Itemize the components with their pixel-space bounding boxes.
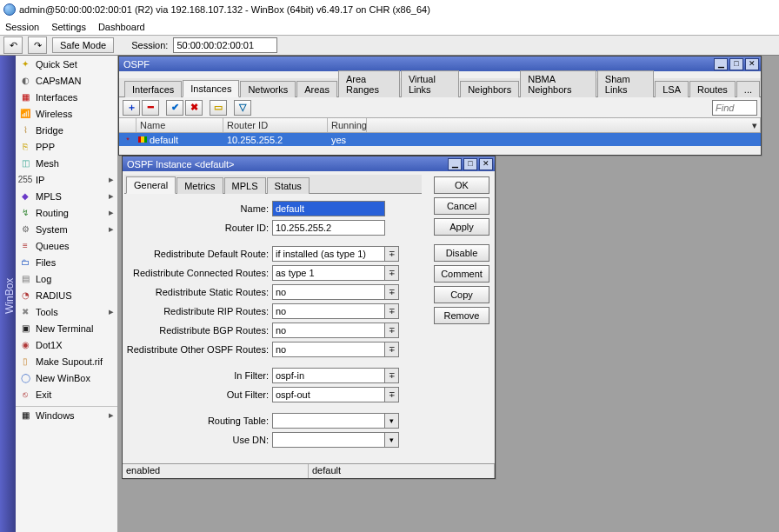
sidebar-item[interactable]: ▯Make Supout.rif bbox=[16, 353, 117, 369]
maximize-button[interactable]: □ bbox=[463, 158, 477, 170]
sidebar-item[interactable]: ⚙System▸ bbox=[16, 221, 117, 237]
cancel-button[interactable]: Cancel bbox=[434, 197, 489, 215]
sidebar-item[interactable]: ↯Routing▸ bbox=[16, 204, 117, 221]
sidebar-item[interactable]: ▦Interfaces bbox=[16, 89, 117, 105]
menu-settings[interactable]: Settings bbox=[51, 22, 86, 32]
ospf-window-titlebar[interactable]: OSPF ▁ □ ✕ bbox=[119, 57, 761, 71]
disable-button[interactable]: Disable bbox=[434, 244, 489, 262]
redist-static-select[interactable]: no bbox=[272, 284, 385, 300]
ospf-window-title: OSPF bbox=[123, 59, 150, 70]
tab-nbma-neighbors[interactable]: NBMA Neighbors bbox=[520, 70, 596, 97]
sidebar-item[interactable]: 255IP▸ bbox=[16, 171, 117, 188]
sidebar-item[interactable]: ◐CAPsMAN bbox=[16, 72, 117, 89]
tab-instances[interactable]: Instances bbox=[183, 80, 239, 97]
dropdown-icon[interactable]: ∓ bbox=[385, 246, 399, 262]
infilter-select[interactable]: ospf-in bbox=[272, 368, 385, 383]
ospf-tabs: InterfacesInstancesNetworksAreasArea Ran… bbox=[119, 78, 761, 97]
sidebar-item[interactable]: ⎋Exit bbox=[16, 386, 117, 402]
table-row[interactable]: * default 10.255.255.2 yes bbox=[119, 133, 761, 146]
tab-area-ranges[interactable]: Area Ranges bbox=[338, 70, 400, 97]
dropdown-icon[interactable]: ∓ bbox=[385, 323, 399, 338]
menu-dashboard[interactable]: Dashboard bbox=[98, 22, 145, 32]
sidebar-item[interactable]: ◉Dot1X bbox=[16, 336, 117, 353]
minimize-button[interactable]: ▁ bbox=[448, 158, 462, 170]
comment-button[interactable]: ▭ bbox=[210, 100, 227, 116]
tab-general[interactable]: General bbox=[126, 176, 176, 194]
sidebar-item[interactable]: ▤Log bbox=[16, 270, 117, 287]
tab-neighbors[interactable]: Neighbors bbox=[460, 81, 519, 97]
redist-other-select[interactable]: no bbox=[272, 342, 385, 357]
col-extra[interactable]: ▾ bbox=[367, 118, 761, 132]
tab-mpls[interactable]: MPLS bbox=[224, 177, 266, 194]
col-name[interactable]: Name bbox=[136, 118, 223, 132]
dropdown-icon[interactable]: ∓ bbox=[385, 342, 399, 357]
copy-button[interactable]: Copy bbox=[434, 286, 489, 303]
sidebar-item[interactable]: ▣New Terminal bbox=[16, 320, 117, 336]
dropdown-icon[interactable]: ∓ bbox=[385, 368, 399, 383]
enable-button[interactable]: ✔ bbox=[166, 100, 183, 116]
tab-routes[interactable]: Routes bbox=[689, 81, 736, 97]
filter-button[interactable]: ▽ bbox=[234, 100, 251, 116]
menu-session[interactable]: Session bbox=[5, 22, 39, 32]
dropdown-icon[interactable]: ∓ bbox=[385, 387, 399, 402]
chevron-right-icon: ▸ bbox=[109, 207, 117, 218]
find-input[interactable] bbox=[712, 100, 757, 116]
sidebar-item[interactable]: ⌇Bridge bbox=[16, 122, 117, 138]
sidebar-item[interactable]: ◔RADIUS bbox=[16, 287, 117, 303]
sidebar-item-windows[interactable]: ▦ Windows ▸ bbox=[16, 407, 117, 423]
tab-metrics[interactable]: Metrics bbox=[176, 177, 223, 194]
tab-sham-links[interactable]: Sham Links bbox=[597, 70, 654, 97]
instance-statusbar: enabled default bbox=[123, 463, 495, 478]
remove-button[interactable]: Remove bbox=[434, 307, 489, 324]
redist-rip-select[interactable]: no bbox=[272, 303, 385, 319]
undo-button[interactable]: ↶ bbox=[3, 37, 23, 54]
col-flag[interactable] bbox=[119, 118, 136, 132]
tab-areas[interactable]: Areas bbox=[296, 81, 337, 97]
tab-interfaces[interactable]: Interfaces bbox=[124, 81, 182, 97]
close-button[interactable]: ✕ bbox=[745, 58, 759, 70]
sidebar-item[interactable]: ◫Mesh bbox=[16, 155, 117, 171]
tab--[interactable]: ... bbox=[736, 81, 760, 97]
instance-titlebar[interactable]: OSPF Instance <default> ▁ □ ✕ bbox=[123, 156, 495, 171]
close-button[interactable]: ✕ bbox=[479, 158, 493, 170]
sidebar-item[interactable]: ◆MPLS▸ bbox=[16, 188, 117, 204]
redist-default-select[interactable]: if installed (as type 1) bbox=[272, 246, 385, 262]
tab-lsa[interactable]: LSA bbox=[655, 81, 689, 97]
tab-virtual-links[interactable]: Virtual Links bbox=[401, 70, 459, 97]
tab-networks[interactable]: Networks bbox=[240, 81, 296, 97]
dropdown-icon[interactable]: ∓ bbox=[385, 303, 399, 319]
redist-connected-select[interactable]: as type 1 bbox=[272, 265, 385, 281]
redo-button[interactable]: ↷ bbox=[28, 37, 47, 54]
redist-bgp-select[interactable]: no bbox=[272, 323, 385, 338]
apply-button[interactable]: Apply bbox=[434, 218, 489, 236]
name-input[interactable]: default bbox=[272, 201, 385, 216]
routerid-input[interactable]: 10.255.255.2 bbox=[272, 220, 385, 236]
ok-button[interactable]: OK bbox=[434, 176, 489, 194]
sidebar-item[interactable]: ✖Tools▸ bbox=[16, 303, 117, 320]
dropdown-icon[interactable]: ∓ bbox=[385, 265, 399, 281]
disable-button[interactable]: ✖ bbox=[185, 100, 203, 116]
sidebar-item[interactable]: ✦Quick Set bbox=[16, 56, 117, 72]
maximize-button[interactable]: □ bbox=[729, 58, 743, 70]
dropdown-icon[interactable]: ▾ bbox=[385, 432, 399, 448]
minimize-button[interactable]: ▁ bbox=[714, 58, 728, 70]
sidebar-item[interactable]: ≡Queues bbox=[16, 237, 117, 254]
dropdown-icon[interactable]: ▾ bbox=[385, 413, 399, 429]
remove-button[interactable]: ━ bbox=[142, 100, 159, 116]
add-button[interactable]: ＋ bbox=[123, 100, 140, 116]
sidebar-item[interactable]: 📶Wireless bbox=[16, 105, 117, 122]
safe-mode-button[interactable]: Safe Mode bbox=[52, 37, 114, 53]
dropdown-icon[interactable]: ∓ bbox=[385, 284, 399, 300]
usedn-select[interactable] bbox=[272, 432, 385, 448]
rtable-select[interactable] bbox=[272, 413, 385, 429]
col-routerid[interactable]: Router ID bbox=[223, 118, 328, 132]
sidebar-item[interactable]: ⎘PPP bbox=[16, 138, 117, 155]
menu-icon: ≡ bbox=[19, 240, 31, 252]
sidebar-item[interactable]: 🗀Files bbox=[16, 254, 117, 270]
session-input[interactable] bbox=[173, 37, 277, 53]
col-running[interactable]: Running bbox=[328, 118, 367, 132]
sidebar-item[interactable]: ◯New WinBox bbox=[16, 369, 117, 386]
comment-button[interactable]: Comment bbox=[434, 265, 489, 283]
outfilter-select[interactable]: ospf-out bbox=[272, 387, 385, 402]
tab-status[interactable]: Status bbox=[267, 177, 310, 194]
